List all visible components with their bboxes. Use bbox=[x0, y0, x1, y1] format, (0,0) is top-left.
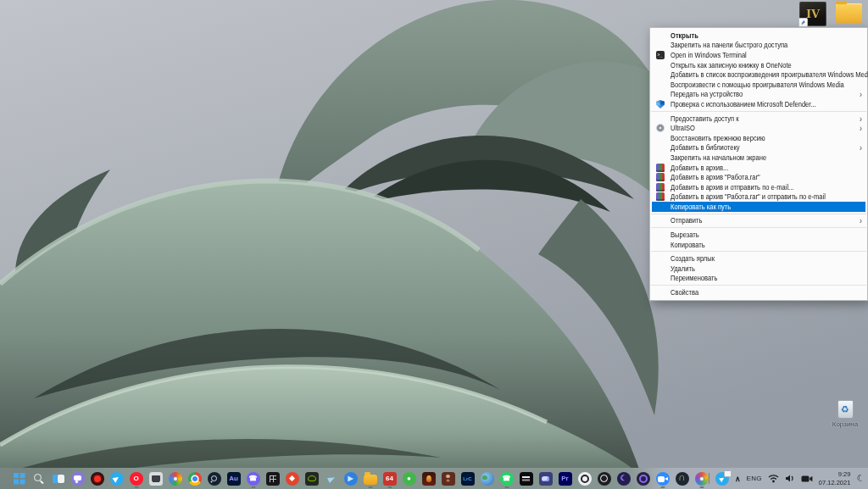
taskbar-game-sky[interactable] bbox=[538, 471, 553, 486]
desktop[interactable]: IV ↗ ♻ Корзина ОткрытьЗакрепить на панел… bbox=[0, 0, 868, 489]
menu-item-label: Добавить в список воспроизведения проигр… bbox=[670, 70, 868, 79]
taskbar-game-black[interactable] bbox=[519, 471, 533, 486]
screen-recorder-icon bbox=[91, 472, 104, 486]
telegram-tray-icon[interactable] bbox=[715, 472, 729, 486]
taskbar-game-flame[interactable] bbox=[421, 471, 436, 486]
taskbar-music-headphones[interactable] bbox=[675, 471, 689, 486]
submenu-arrow-icon: › bbox=[860, 215, 862, 226]
tray-separator bbox=[709, 473, 709, 484]
context-menu-item[interactable]: Создать ярлык bbox=[650, 253, 867, 264]
taskbar-aida64[interactable]: 64 bbox=[382, 471, 397, 486]
whatsapp-icon: ☎ bbox=[500, 472, 514, 486]
submenu-arrow-icon: › bbox=[860, 88, 862, 99]
tray-clock[interactable]: 9:29 07.12.2021 bbox=[819, 470, 851, 487]
game-sky-icon bbox=[539, 472, 553, 486]
taskbar-task-view[interactable] bbox=[51, 471, 65, 486]
taskbar-adobe-audition[interactable]: Au bbox=[226, 471, 241, 486]
photos-pinwheel-icon bbox=[169, 472, 182, 486]
taskbar-viber[interactable]: ☎ bbox=[246, 471, 260, 486]
taskbar-purple-crescent-app[interactable] bbox=[616, 471, 631, 486]
taskbar-search[interactable] bbox=[31, 471, 46, 486]
taskbar-obs-studio[interactable] bbox=[597, 471, 611, 486]
taskbar-start[interactable] bbox=[12, 471, 26, 486]
game-black-icon bbox=[520, 472, 533, 486]
context-menu-item[interactable]: Копировать bbox=[650, 240, 867, 250]
music-headphones-icon bbox=[676, 472, 689, 486]
taskbar-steam[interactable] bbox=[207, 471, 221, 486]
context-menu-item[interactable]: Закрепить на начальном экране bbox=[650, 153, 867, 163]
context-menu-item[interactable]: Проверка с использованием Microsoft Defe… bbox=[650, 99, 867, 109]
context-menu-item[interactable]: Открыть bbox=[650, 31, 867, 41]
submenu-arrow-icon: › bbox=[860, 142, 862, 153]
context-menu-item[interactable]: Свойства bbox=[650, 287, 867, 297]
wifi-icon[interactable] bbox=[768, 474, 779, 483]
taskbar-zoom[interactable] bbox=[655, 471, 670, 486]
taskbar-telegram[interactable] bbox=[109, 471, 124, 486]
context-menu-item[interactable]: Восстановить прежнюю версию bbox=[650, 133, 867, 143]
taskbar-blue-wing-app[interactable] bbox=[324, 471, 338, 486]
taskbar-media-disc[interactable] bbox=[694, 471, 709, 486]
context-menu-item[interactable]: Закрепить на панели быстрого доступа bbox=[650, 41, 867, 51]
taskbar-orange-app[interactable] bbox=[285, 471, 299, 486]
running-indicator bbox=[387, 486, 392, 488]
taskbar-whatsapp[interactable]: ☎ bbox=[499, 471, 514, 486]
taskbar-photos-pinwheel[interactable] bbox=[168, 471, 182, 486]
taskbar-opera[interactable]: O bbox=[129, 471, 143, 486]
camera-icon[interactable] bbox=[801, 475, 813, 483]
start-icon bbox=[13, 472, 26, 486]
taskbar-premiere-pro[interactable]: Pr bbox=[558, 471, 572, 486]
language-indicator[interactable]: ENG bbox=[747, 475, 762, 482]
context-menu-item[interactable]: Передать на устройство› bbox=[650, 90, 867, 100]
context-menu-item[interactable]: Добавить в архив "Работа.rar" и отправит… bbox=[650, 192, 867, 203]
context-menu-item[interactable]: Воспроизвести с помощью проигрывателя Wi… bbox=[650, 80, 867, 90]
taskbar-video-recorder[interactable] bbox=[148, 471, 163, 486]
taskbar-blue-play-app[interactable]: ▶ bbox=[343, 471, 358, 486]
focus-assist-moon-icon[interactable]: ☾ bbox=[856, 474, 865, 483]
context-menu-item[interactable]: Удалить bbox=[650, 264, 867, 274]
hidden-icons-chevron[interactable]: ∧ bbox=[735, 475, 741, 483]
context-menu-item[interactable]: Open in Windows Terminal bbox=[650, 50, 867, 60]
unread-badge bbox=[724, 470, 732, 477]
taskbar-file-explorer[interactable] bbox=[363, 471, 377, 486]
teams-chat-icon bbox=[71, 472, 85, 486]
taskbar-game-character[interactable] bbox=[441, 471, 455, 486]
taskbar-green-messenger[interactable]: ● bbox=[402, 471, 416, 486]
menu-item-label: Открыть bbox=[670, 31, 698, 40]
taskbar-game-grid-dark[interactable] bbox=[265, 471, 280, 486]
desktop-icon-folder[interactable] bbox=[834, 2, 863, 23]
running-indicator bbox=[368, 486, 372, 488]
context-menu-item[interactable]: Предоставить доступ к› bbox=[650, 114, 867, 124]
taskbar-teams-chat[interactable] bbox=[70, 471, 85, 486]
context-menu-item[interactable]: Добавить в архив "Работа.rar" bbox=[650, 172, 867, 182]
context-menu-item[interactable]: Добавить в список воспроизведения проигр… bbox=[650, 69, 867, 80]
taskbar-globe-game[interactable] bbox=[480, 471, 494, 486]
green-messenger-icon: ● bbox=[403, 472, 416, 486]
desktop-icon-game-iv[interactable]: IV ↗ bbox=[798, 2, 827, 26]
taskbar-chrome[interactable] bbox=[187, 471, 202, 486]
menu-item-label: Проверка с использованием Microsoft Defe… bbox=[670, 100, 816, 108]
context-menu-item[interactable]: UltraISO› bbox=[650, 123, 867, 133]
volume-icon[interactable] bbox=[785, 474, 795, 483]
taskbar-lightroom-classic[interactable]: LrC bbox=[460, 471, 475, 486]
viber-icon: ☎ bbox=[247, 472, 260, 486]
desktop-icon-recycle-bin[interactable]: ♻ Корзина bbox=[826, 400, 865, 428]
video-recorder-icon bbox=[149, 472, 163, 486]
context-menu-item[interactable]: Добавить в библиотеку› bbox=[650, 143, 867, 153]
menu-item-label: Создать ярлык bbox=[670, 254, 715, 263]
context-menu-item[interactable]: Открыть как записную книжку в OneNote bbox=[650, 60, 867, 70]
taskbar-steelseries-gg[interactable] bbox=[577, 471, 592, 486]
zoom-icon bbox=[656, 472, 670, 486]
game-iv-icon: IV ↗ bbox=[799, 2, 826, 26]
taskbar-capture-green[interactable] bbox=[304, 471, 319, 486]
submenu-arrow-icon: › bbox=[860, 122, 862, 133]
context-menu-item[interactable]: Отправить› bbox=[650, 216, 867, 226]
context-menu-item[interactable]: Переименовать bbox=[650, 274, 867, 284]
taskbar-purple-ring-app[interactable] bbox=[636, 471, 650, 486]
ultraiso-icon bbox=[656, 124, 665, 132]
context-menu-item[interactable]: Добавить в архив и отправить по e-mail..… bbox=[650, 182, 867, 192]
context-menu-item[interactable]: Добавить в архив... bbox=[650, 163, 867, 173]
taskbar-screen-recorder[interactable] bbox=[90, 471, 104, 486]
winrar-icon bbox=[656, 164, 665, 172]
context-menu-item[interactable]: Вырезать bbox=[650, 230, 867, 240]
context-menu-item[interactable]: Копировать как путь bbox=[652, 202, 865, 212]
